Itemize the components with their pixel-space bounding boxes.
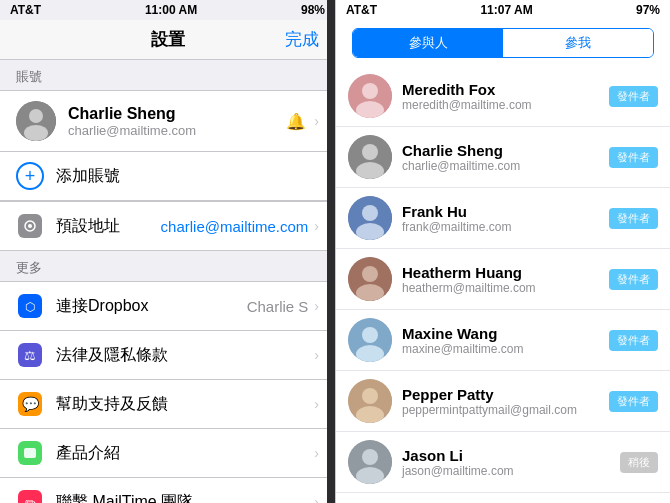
maxine-avatar (348, 318, 392, 362)
account-row-icons: 🔔 › (286, 112, 319, 131)
product-icon (16, 439, 44, 467)
svg-point-17 (362, 83, 378, 99)
default-address-group: 預設地址 charlie@mailtime.com › (0, 201, 335, 251)
svg-text:⚖: ⚖ (24, 348, 36, 363)
default-address-row[interactable]: 預設地址 charlie@mailtime.com › (0, 202, 335, 250)
svg-point-29 (362, 327, 378, 343)
svg-point-32 (362, 388, 378, 404)
default-address-icon (16, 212, 44, 240)
chevron-icon: › (314, 113, 319, 129)
segmented-control[interactable]: 參與人 參我 (352, 28, 654, 58)
frank-avatar (348, 196, 392, 240)
jason-avatar (348, 440, 392, 484)
account-info: Charlie Sheng charlie@mailtime.com (68, 105, 196, 138)
add-account-row[interactable]: + 添加賬號 (0, 152, 335, 200)
frank-email: frank@mailtime.com (402, 220, 609, 234)
law-icon: ⚖ (16, 341, 44, 369)
heatherm-name: Heatherm Huang (402, 264, 609, 281)
contact-row[interactable]: Meredith Fox meredith@mailtime.com 發件者 (336, 66, 670, 127)
heatherm-avatar (348, 257, 392, 301)
more-section-label: 更多 (0, 251, 335, 281)
chevron-icon: › (314, 298, 319, 314)
pepper-name: Pepper Patty (402, 386, 609, 403)
settings-panel: AT&T 11:00 AM 98% 設置 完成 賬號 (0, 0, 335, 503)
meredith-name: Meredith Fox (402, 81, 609, 98)
svg-point-26 (362, 266, 378, 282)
account-row[interactable]: Charlie Sheng charlie@mailtime.com 🔔 › (0, 91, 335, 152)
svg-text:✏: ✏ (25, 495, 36, 503)
contacts-panel: AT&T 11:07 AM 97% 參與人 參我 Meredi (335, 0, 670, 503)
maxine-info: Maxine Wang maxine@mailtime.com (402, 325, 609, 356)
svg-text:💬: 💬 (22, 396, 40, 413)
chevron-icon: › (314, 396, 319, 412)
charlie-tag: 發件者 (609, 147, 658, 168)
charlie-contact-info: Charlie Sheng charlie@mailtime.com (402, 142, 609, 173)
tab-participants[interactable]: 參與人 (353, 29, 503, 57)
svg-point-20 (362, 144, 378, 160)
maxine-email: maxine@mailtime.com (402, 342, 609, 356)
svg-point-35 (362, 449, 378, 465)
help-label: 幫助支持及反饋 (56, 394, 314, 415)
contact-row[interactable]: Jason Li jason@mailtime.com 稍後 (336, 432, 670, 493)
dropbox-row[interactable]: ⬡ 連接Dropbox Charlie S › (0, 282, 335, 331)
tab-me[interactable]: 參我 (503, 29, 653, 57)
chevron-icon: › (314, 494, 319, 503)
law-row[interactable]: ⚖ 法律及隱私條款 › (0, 331, 335, 380)
meredith-info: Meredith Fox meredith@mailtime.com (402, 81, 609, 112)
svg-point-5 (28, 224, 32, 228)
dropbox-label: 連接Dropbox (56, 296, 247, 317)
law-label: 法律及隱私條款 (56, 345, 314, 366)
carrier-right: AT&T (346, 3, 377, 17)
link-label: 聯繫 MailTime 團隊 (56, 492, 314, 504)
product-label: 產品介紹 (56, 443, 314, 464)
add-account-label: 添加賬號 (56, 166, 120, 187)
contact-list: Meredith Fox meredith@mailtime.com 發件者 C… (336, 66, 670, 503)
add-circle-icon: + (16, 162, 44, 190)
time-right: 11:07 AM (480, 3, 532, 17)
account-name: Charlie Sheng (68, 105, 196, 123)
frank-tag: 發件者 (609, 208, 658, 229)
pepper-info: Pepper Patty peppermintpattymail@gmail.c… (402, 386, 609, 417)
jason-info: Jason Li jason@mailtime.com (402, 447, 620, 478)
heatherm-tag: 發件者 (609, 269, 658, 290)
heatherm-email: heatherm@mailtime.com (402, 281, 609, 295)
contact-row[interactable]: Charlie Sheng charlie@mailtime.com 發件者 (336, 127, 670, 188)
frank-info: Frank Hu frank@mailtime.com (402, 203, 609, 234)
link-row[interactable]: ✏ 聯繫 MailTime 團隊 › (0, 478, 335, 503)
dropbox-icon: ⬡ (16, 292, 44, 320)
default-address-value: charlie@mailtime.com (161, 218, 309, 235)
jason-tag: 稍後 (620, 452, 658, 473)
dropbox-value: Charlie S (247, 298, 309, 315)
svg-point-23 (362, 205, 378, 221)
pepper-tag: 發件者 (609, 391, 658, 412)
help-row[interactable]: 💬 幫助支持及反饋 › (0, 380, 335, 429)
contact-row[interactable]: Heatherm Huang heatherm@mailtime.com 發件者 (336, 249, 670, 310)
contact-row[interactable]: Frank Hu frank@mailtime.com 發件者 (336, 188, 670, 249)
battery-right: 97% (636, 3, 660, 17)
more-group: ⬡ 連接Dropbox Charlie S › ⚖ (0, 281, 335, 503)
maxine-tag: 發件者 (609, 330, 658, 351)
done-button[interactable]: 完成 (285, 28, 319, 51)
meredith-avatar (348, 74, 392, 118)
maxine-name: Maxine Wang (402, 325, 609, 342)
default-address-label: 預設地址 (56, 216, 161, 237)
link-icon: ✏ (16, 488, 44, 503)
heatherm-info: Heatherm Huang heatherm@mailtime.com (402, 264, 609, 295)
nav-bar-settings: 設置 完成 (0, 20, 335, 60)
carrier-left: AT&T (10, 3, 41, 17)
product-row[interactable]: 產品介紹 › (0, 429, 335, 478)
settings-title: 設置 (151, 28, 185, 51)
contact-row[interactable]: Maxine Wang maxine@mailtime.com 發件者 (336, 310, 670, 371)
jason-email: jason@mailtime.com (402, 464, 620, 478)
chevron-icon: › (314, 445, 319, 461)
chevron-icon: › (314, 218, 319, 234)
account-group: Charlie Sheng charlie@mailtime.com 🔔 › +… (0, 90, 335, 201)
help-icon: 💬 (16, 390, 44, 418)
svg-text:⬡: ⬡ (25, 300, 35, 314)
contact-row[interactable]: Pepper Patty peppermintpattymail@gmail.c… (336, 371, 670, 432)
charlie-contact-avatar (348, 135, 392, 179)
svg-point-1 (29, 109, 43, 123)
account-email: charlie@mailtime.com (68, 123, 196, 138)
account-section-label: 賬號 (0, 60, 335, 90)
charlie-avatar (16, 101, 56, 141)
